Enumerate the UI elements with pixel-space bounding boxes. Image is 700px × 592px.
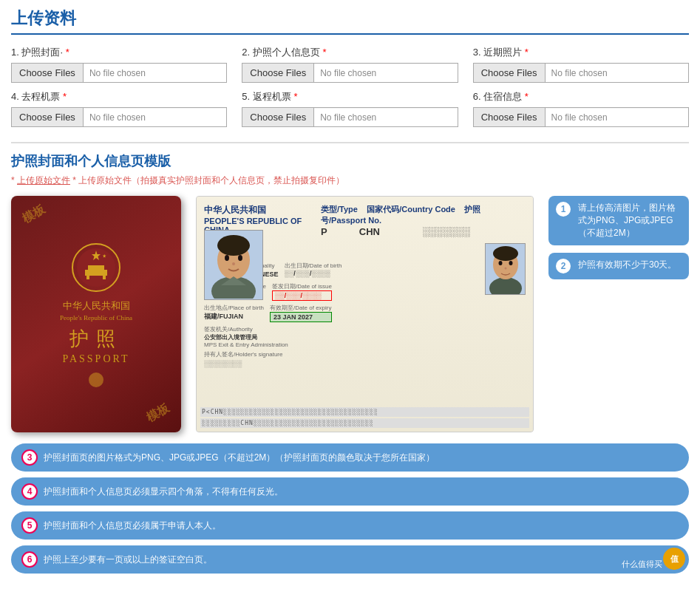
authority-en: MPS Exit & Entry Administration	[204, 341, 478, 348]
template-label-top: 模板	[20, 202, 48, 227]
passport-cover: 模板 中华人民共和国 People's Republic of China 护照…	[11, 196, 181, 432]
svg-rect-3	[88, 265, 104, 271]
upload-item-2: 2. 护照个人信息页 * Choose Files No file chosen	[242, 46, 458, 83]
svg-rect-5	[103, 276, 106, 279]
upload-item-6: 6. 住宿信息 * Choose Files No file chosen	[473, 90, 689, 127]
svg-point-21	[505, 268, 507, 270]
choose-files-btn-2[interactable]: Choose Files	[242, 64, 314, 82]
passport-info-page: 中华人民共和国 PEOPLE'S REPUBLIC OF CHINA 类型/Ty…	[196, 196, 534, 432]
upload-label-3: 3. 近期照片 *	[473, 46, 689, 59]
passport-emblem-icon	[70, 242, 122, 293]
choose-files-btn-5[interactable]: Choose Files	[242, 108, 314, 126]
info-bullets: 3 护照封面页的图片格式为PNG、JPG或JPEG（不超过2M）（护照封面页的颜…	[11, 443, 689, 574]
passport-info-content: 中华人民共和国 PEOPLE'S REPUBLIC OF CHINA 类型/Ty…	[197, 197, 533, 432]
upload-item-4: 4. 去程机票 * Choose Files No file chosen	[11, 90, 227, 127]
svg-point-14	[232, 262, 235, 265]
file-input-row-5: Choose Files No file chosen	[242, 107, 458, 127]
passport-main-area: 姓名/Name░░░░░ 性别/Sex░ 国籍/Nationality中国/CH…	[204, 243, 526, 370]
bullet-item-4: 4 护照封面和个人信息页必须显示四个角落，不得有任何反光。	[11, 477, 689, 506]
template-note-link[interactable]: 上传原始文件	[17, 175, 70, 186]
no-file-text-4: No file chosen	[84, 109, 226, 126]
template-label-bottom: 模板	[144, 401, 172, 426]
svg-point-20	[509, 261, 513, 265]
passport-zh-title: 护照	[69, 326, 123, 352]
bullet-item-3: 3 护照封面页的图片格式为PNG、JPG或JPEG（不超过2M）（护照封面页的颜…	[11, 443, 689, 472]
bullet-item-5: 5 护照封面和个人信息页必须属于申请人本人。	[11, 511, 689, 540]
upload-label-6: 6. 住宿信息 *	[473, 90, 689, 103]
svg-point-12	[225, 255, 229, 261]
choose-files-btn-4[interactable]: Choose Files	[12, 108, 84, 126]
expiry-value: 23 JAN 2027	[270, 312, 332, 322]
file-input-row-2: Choose Files No file chosen	[242, 63, 458, 83]
no-file-text-2: No file chosen	[314, 64, 457, 82]
svg-rect-4	[86, 276, 89, 279]
tip-box-2: 2 护照有效期不少于30天。	[548, 253, 689, 279]
choose-files-btn-3[interactable]: Choose Files	[474, 64, 546, 82]
template-section-title: 护照封面和个人信息页模版	[11, 152, 689, 170]
tip-annotations: 1 请上传高清图片，图片格式为PNG、JPG或JPEG（不超过2M） 2 护照有…	[548, 196, 689, 279]
no-file-text-5: No file chosen	[314, 109, 457, 126]
file-input-row-1: Choose Files No file chosen	[11, 63, 227, 83]
upload-grid: 1. 护照封面· * Choose Files No file chosen 2…	[11, 46, 689, 127]
file-input-row-4: Choose Files No file chosen	[11, 107, 227, 127]
badge-suffix: 什么值得买	[622, 559, 662, 570]
passport-country-zh: 中华人民共和国	[63, 299, 130, 313]
no-file-text-1: No file chosen	[84, 64, 226, 82]
no-file-text-6: No file chosen	[546, 109, 688, 126]
mrz-area: P<CHN░░░░░░░░░░░░░░░░░░░░░░░░░░░░░░░░░░░…	[200, 406, 529, 428]
place-birth-value: 福建/FUJIAN	[204, 312, 264, 321]
svg-point-19	[499, 261, 503, 265]
passport-demo: 模板 中华人民共和国 People's Republic of China 护照…	[11, 196, 689, 432]
choose-files-btn-6[interactable]: Choose Files	[474, 108, 546, 126]
tip-box-1: 1 请上传高清图片，图片格式为PNG、JPG或JPEG（不超过2M）	[548, 196, 689, 245]
template-note: * 上传原始文件 * 上传原始文件（拍摄真实护照封面和个人信息页，禁止拍摄复印件…	[11, 174, 689, 187]
badge-icon: 值	[663, 548, 685, 570]
svg-point-18	[493, 246, 518, 261]
page-title: 上传资料	[11, 7, 689, 35]
upload-label-2: 2. 护照个人信息页 *	[242, 46, 458, 59]
upload-item-1: 1. 护照封面· * Choose Files No file chosen	[11, 46, 227, 83]
choose-files-btn-1[interactable]: Choose Files	[12, 64, 84, 82]
upload-label-4: 4. 去程机票 *	[11, 90, 227, 103]
upload-item-3: 3. 近期照片 * Choose Files No file chosen	[473, 46, 689, 83]
svg-rect-2	[85, 270, 107, 276]
passport-chip-icon	[89, 372, 103, 387]
section-divider	[11, 142, 689, 143]
page-container: 上传资料 1. 护照封面· * Choose Files No file cho…	[0, 0, 700, 581]
passport-eng-title: PASSPORT	[62, 353, 129, 365]
passport-face2-icon	[486, 244, 526, 295]
upload-label-5: 5. 返程机票 *	[242, 90, 458, 103]
passport-country-en: People's Republic of China	[60, 314, 132, 321]
file-input-row-6: Choose Files No file chosen	[473, 107, 689, 127]
authority-zh: 公安部出入境管理局	[204, 333, 478, 341]
passport-photo	[204, 230, 263, 300]
file-input-row-3: Choose Files No file chosen	[473, 63, 689, 83]
upload-item-5: 5. 返程机票 * Choose Files No file chosen	[242, 90, 458, 127]
no-file-text-3: No file chosen	[546, 64, 688, 82]
svg-point-13	[238, 255, 242, 261]
passport-face-icon	[206, 232, 262, 299]
svg-point-11	[217, 235, 250, 256]
passport-type: 类型/Type 国家代码/Country Code 护照号/Passport N…	[321, 204, 526, 237]
passport-photo2	[485, 243, 526, 295]
upload-label-1: 1. 护照封面· *	[11, 46, 227, 59]
bullet-item-6: 6 护照上至少要有一页或以上的签证空白页。 值 什么值得买	[11, 545, 689, 574]
